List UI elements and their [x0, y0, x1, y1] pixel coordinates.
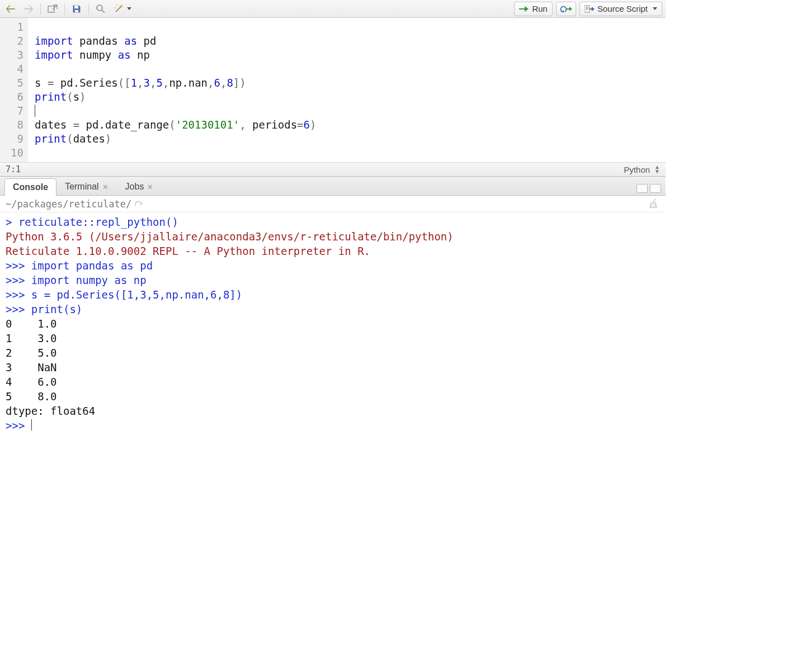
- language-selector[interactable]: Python: [624, 165, 650, 174]
- back-button[interactable]: [3, 2, 18, 16]
- svg-point-3: [97, 5, 102, 11]
- arrow-right-icon: [24, 5, 33, 13]
- clear-console-button[interactable]: [649, 197, 660, 211]
- console-pathbar: ~/packages/reticulate/: [0, 196, 666, 212]
- svg-line-5: [116, 6, 121, 12]
- tab-terminal[interactable]: Terminal✕: [56, 178, 116, 195]
- chevron-down-icon: [653, 7, 657, 10]
- find-button[interactable]: [93, 2, 108, 16]
- svg-line-4: [102, 10, 105, 13]
- source-script-label: Source Script: [597, 4, 648, 13]
- line-gutter: 12345678910: [0, 18, 28, 162]
- search-icon: [96, 4, 106, 14]
- rerun-button[interactable]: [556, 2, 576, 16]
- console-output[interactable]: > reticulate::repl_python()Python 3.6.5 …: [0, 212, 666, 435]
- chevron-down-icon: [127, 7, 131, 10]
- close-icon[interactable]: ✕: [102, 183, 109, 191]
- save-icon: [72, 4, 81, 13]
- source-toolbar: Run Source Script: [0, 0, 666, 18]
- source-script-button[interactable]: Source Script: [579, 2, 662, 16]
- close-icon[interactable]: ✕: [147, 183, 153, 191]
- console-tabstrip: Console Terminal✕ Jobs✕: [0, 177, 666, 196]
- cursor-position: 7:1: [6, 164, 21, 174]
- source-editor[interactable]: 12345678910 import pandas as pdimport nu…: [0, 18, 666, 162]
- svg-rect-2: [75, 10, 78, 12]
- separator: [64, 3, 65, 15]
- svg-line-18: [655, 204, 656, 207]
- pane-controls: [636, 184, 661, 195]
- save-button[interactable]: [69, 2, 84, 16]
- broom-icon: [649, 197, 660, 209]
- code-area[interactable]: import pandas as pdimport numpy as np s …: [28, 18, 316, 162]
- forward-button[interactable]: [21, 2, 36, 16]
- tab-jobs[interactable]: Jobs✕: [117, 178, 162, 195]
- svg-rect-1: [74, 6, 78, 8]
- svg-line-16: [651, 204, 652, 207]
- magic-wand-icon: [114, 4, 125, 14]
- popout-icon: [48, 4, 58, 13]
- svg-line-15: [653, 198, 656, 203]
- separator: [88, 3, 89, 15]
- updown-icon[interactable]: ▲▼: [654, 165, 660, 174]
- run-button[interactable]: Run: [514, 2, 553, 16]
- goto-dir-icon[interactable]: [135, 198, 144, 210]
- separator: [40, 3, 41, 15]
- svg-rect-10: [584, 6, 590, 12]
- tab-console[interactable]: Console: [4, 178, 56, 196]
- editor-statusbar: 7:1 Python ▲▼: [0, 162, 666, 177]
- minimize-pane-button[interactable]: [636, 184, 648, 193]
- svg-point-7: [114, 7, 115, 8]
- rerun-icon: [560, 5, 572, 13]
- working-directory[interactable]: ~/packages/reticulate/: [6, 198, 131, 210]
- svg-point-6: [116, 4, 117, 6]
- wand-button[interactable]: [111, 2, 134, 16]
- run-icon: [519, 6, 529, 12]
- arrow-left-icon: [6, 5, 15, 13]
- source-icon: [584, 5, 595, 13]
- maximize-pane-button[interactable]: [650, 184, 661, 193]
- run-label: Run: [532, 4, 548, 13]
- popout-button[interactable]: [45, 2, 60, 16]
